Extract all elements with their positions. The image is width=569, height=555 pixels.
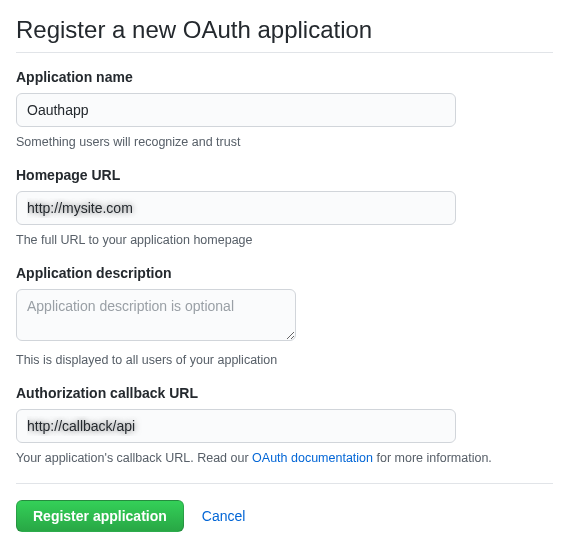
app-name-hint: Something users will recognize and trust [16, 135, 553, 149]
cancel-link[interactable]: Cancel [202, 508, 246, 524]
oauth-docs-link[interactable]: OAuth documentation [252, 451, 373, 465]
divider [16, 483, 553, 484]
callback-hint-prefix: Your application's callback URL. Read ou… [16, 451, 252, 465]
register-application-button[interactable]: Register application [16, 500, 184, 532]
callback-url-hint: Your application's callback URL. Read ou… [16, 451, 553, 465]
callback-url-label: Authorization callback URL [16, 385, 553, 401]
homepage-url-hint: The full URL to your application homepag… [16, 233, 553, 247]
field-homepage-url: Homepage URL The full URL to your applic… [16, 167, 553, 247]
app-name-label: Application name [16, 69, 553, 85]
app-description-label: Application description [16, 265, 553, 281]
field-app-description: Application description This is displaye… [16, 265, 553, 367]
app-name-input[interactable] [16, 93, 456, 127]
app-description-textarea[interactable] [16, 289, 296, 341]
callback-url-input[interactable] [16, 409, 456, 443]
field-app-name: Application name Something users will re… [16, 69, 553, 149]
field-callback-url: Authorization callback URL Your applicat… [16, 385, 553, 465]
callback-hint-suffix: for more information. [373, 451, 492, 465]
app-description-hint: This is displayed to all users of your a… [16, 353, 553, 367]
page-title: Register a new OAuth application [16, 16, 553, 53]
form-actions: Register application Cancel [16, 500, 553, 532]
homepage-url-input[interactable] [16, 191, 456, 225]
homepage-url-label: Homepage URL [16, 167, 553, 183]
